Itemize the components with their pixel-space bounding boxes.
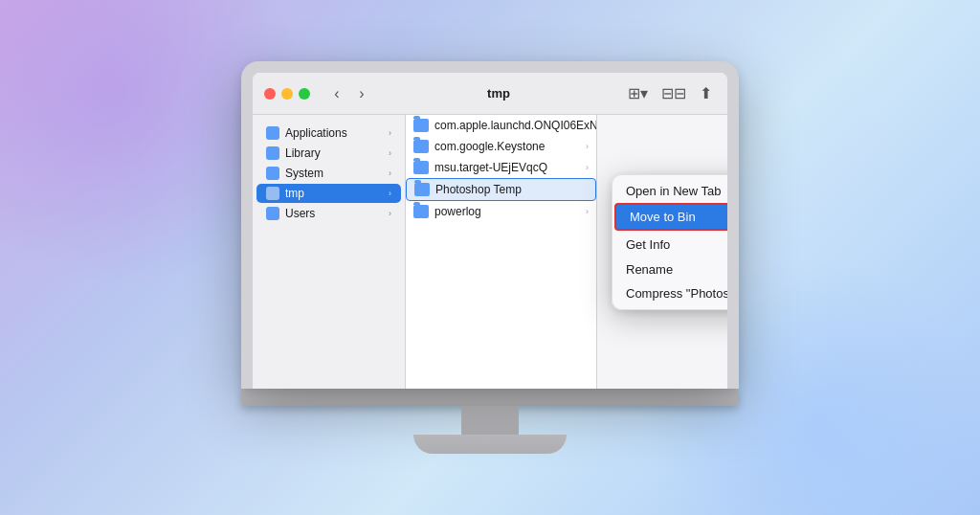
- sidebar-label: Library: [285, 146, 383, 160]
- sidebar-label: System: [285, 167, 383, 180]
- column-item-photoshop[interactable]: Photoshop Temp: [406, 178, 596, 201]
- file-column: com.apple.launchd.ONQI06ExNC › com.googl…: [406, 115, 597, 389]
- sidebar-item-applications[interactable]: Applications ›: [256, 123, 401, 143]
- screen-bezel: ‹ › tmp ⊞▾ ⊟⊟ ⬆ A: [241, 61, 739, 389]
- traffic-lights: [264, 88, 310, 100]
- ctx-label: Get Info: [626, 237, 670, 252]
- column-item-launchd[interactable]: com.apple.launchd.ONQI06ExNC ›: [406, 115, 596, 136]
- share-icon[interactable]: ⬆: [696, 82, 716, 104]
- folder-icon: [266, 126, 279, 140]
- finder-body: Applications › Library › System ›: [253, 115, 727, 389]
- finder-toolbar: ‹ › tmp ⊞▾ ⊟⊟ ⬆: [253, 73, 727, 115]
- monitor-stand-base: [413, 435, 567, 454]
- sidebar-item-users[interactable]: Users ›: [256, 204, 401, 223]
- sidebar-item-system[interactable]: System ›: [256, 164, 401, 183]
- ctx-open-new-tab[interactable]: Open in New Tab: [612, 179, 727, 203]
- folder-icon: [266, 146, 279, 160]
- sidebar-label: tmp: [285, 187, 383, 200]
- ctx-move-to-bin[interactable]: Move to Bin: [614, 203, 727, 231]
- monitor-stand-neck: [461, 406, 519, 435]
- item-label: com.apple.launchd.ONQI06ExNC: [434, 119, 597, 132]
- column-item-powerlog[interactable]: powerlog ›: [406, 201, 596, 222]
- forward-button[interactable]: ›: [350, 82, 373, 105]
- finder-window: ‹ › tmp ⊞▾ ⊟⊟ ⬆ A: [253, 73, 727, 389]
- ctx-label: Open in New Tab: [626, 184, 722, 198]
- column-item-msu[interactable]: msu.target-UEjEVqcQ ›: [406, 157, 596, 178]
- finder-sidebar: Applications › Library › System ›: [253, 115, 406, 389]
- finder-title: tmp: [381, 86, 616, 101]
- ctx-rename[interactable]: Rename: [612, 258, 727, 281]
- item-label: powerlog: [434, 205, 481, 218]
- column-view-icon[interactable]: ⊞▾: [624, 82, 652, 104]
- sidebar-label: Users: [285, 207, 383, 220]
- monitor: ‹ › tmp ⊞▾ ⊟⊟ ⬆ A: [241, 61, 739, 454]
- folder-icon: [266, 167, 279, 180]
- minimize-button[interactable]: [281, 88, 293, 100]
- ctx-label: Compress "Photoshop Templ: [626, 286, 727, 301]
- folder-icon: [413, 119, 429, 132]
- column-item-keystone[interactable]: com.google.Keystone ›: [406, 136, 596, 157]
- toolbar-nav: ‹ ›: [325, 82, 373, 105]
- folder-icon: [414, 183, 430, 196]
- item-label: com.google.Keystone: [434, 140, 545, 153]
- ctx-label: Rename: [626, 262, 673, 277]
- context-menu: Open in New Tab Move to Bin Get Info 2 R…: [612, 174, 727, 310]
- grid-view-icon[interactable]: ⊟⊟: [657, 82, 690, 104]
- finder-main-area: com.apple.launchd.ONQI06ExNC › com.googl…: [406, 115, 727, 389]
- toolbar-actions: ⊞▾ ⊟⊟ ⬆: [624, 82, 716, 104]
- folder-icon: [413, 205, 429, 218]
- sidebar-item-tmp[interactable]: tmp ›: [256, 184, 401, 203]
- ctx-label: Move to Bin: [630, 210, 696, 224]
- sidebar-item-library[interactable]: Library ›: [256, 144, 401, 163]
- folder-icon: [413, 161, 429, 174]
- folder-icon: [413, 140, 429, 153]
- ctx-compress[interactable]: Compress "Photoshop Templ: [612, 281, 727, 305]
- ctx-get-info[interactable]: Get Info 2: [612, 231, 727, 258]
- item-label: msu.target-UEjEVqcQ: [434, 161, 547, 174]
- close-button[interactable]: [264, 88, 276, 100]
- sidebar-label: Applications: [285, 126, 383, 140]
- folder-icon: [266, 207, 279, 220]
- monitor-screen: ‹ › tmp ⊞▾ ⊟⊟ ⬆ A: [253, 73, 727, 389]
- monitor-chin: [241, 389, 739, 406]
- item-label: Photoshop Temp: [435, 183, 522, 196]
- folder-icon: [266, 187, 279, 200]
- fullscreen-button[interactable]: [299, 88, 310, 100]
- back-button[interactable]: ‹: [325, 82, 348, 105]
